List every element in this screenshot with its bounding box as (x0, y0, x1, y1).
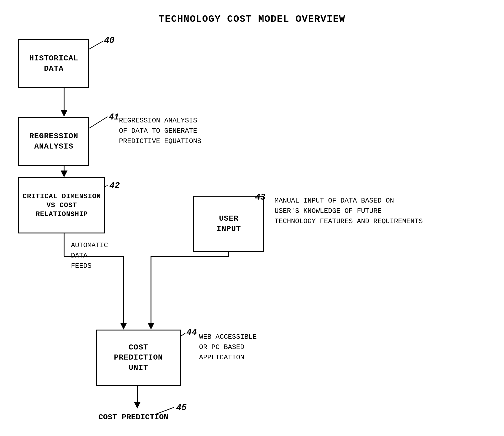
cost-prediction-unit-annotation: WEB ACCESSIBLEOR PC BASEDAPPLICATION (199, 332, 257, 363)
svg-line-5 (89, 117, 108, 128)
historical-data-box: HISTORICALDATA (18, 39, 89, 88)
svg-marker-3 (61, 171, 67, 177)
user-input-label: USERINPUT (216, 214, 241, 234)
ref-40: 40 (104, 36, 115, 45)
ref-42: 42 (109, 181, 120, 191)
cost-prediction-label: COST PREDICTION (98, 412, 168, 423)
automatic-data-feeds-label: AUTOMATICDATAFEEDS (71, 240, 108, 271)
critical-dimension-label: CRITICAL DIMENSIONVS COSTRELATIONSHIP (23, 192, 101, 219)
historical-data-label: HISTORICALDATA (29, 53, 78, 73)
ref-44: 44 (187, 327, 197, 337)
svg-marker-18 (134, 402, 141, 409)
svg-marker-12 (120, 323, 127, 330)
ref-45: 45 (176, 403, 187, 413)
page-title: TECHNOLOGY COST MODEL OVERVIEW (159, 14, 345, 25)
regression-analysis-annotation: REGRESSION ANALYSISOF DATA TO GENERATEPR… (119, 116, 201, 146)
regression-analysis-label: REGRESSIONANALYSIS (29, 131, 78, 151)
user-input-annotation: MANUAL INPUT OF DATA BASED ONUSER'S KNOW… (275, 196, 423, 227)
ref-41: 41 (109, 112, 119, 122)
svg-marker-16 (148, 323, 154, 330)
critical-dimension-box: CRITICAL DIMENSIONVS COSTRELATIONSHIP (18, 177, 105, 233)
cost-prediction-unit-label: COSTPREDICTIONUNIT (114, 342, 163, 373)
svg-line-4 (87, 41, 103, 50)
svg-marker-1 (61, 110, 67, 117)
regression-analysis-box: REGRESSIONANALYSIS (18, 117, 89, 166)
cost-prediction-unit-box: COSTPREDICTIONUNIT (96, 330, 181, 386)
ref-43: 43 (255, 192, 266, 202)
user-input-box: USERINPUT (193, 196, 264, 252)
